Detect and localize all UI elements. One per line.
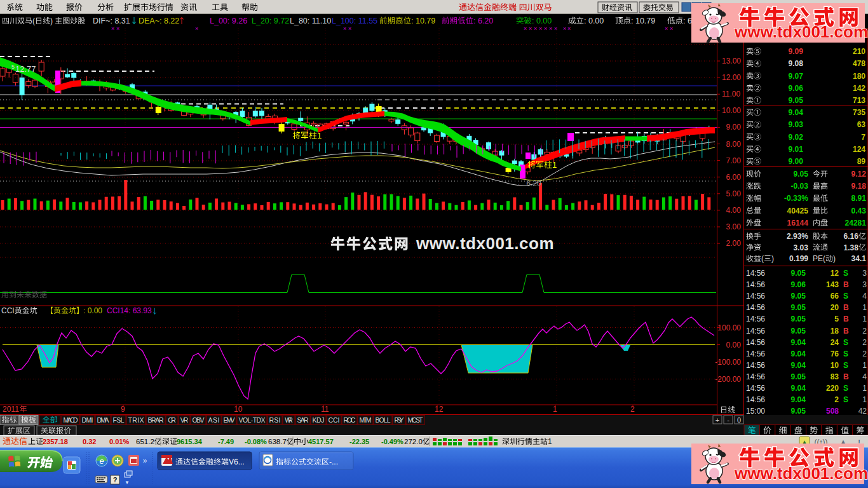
svg-text:9.07: 9.07 xyxy=(789,72,804,81)
svg-text:1: 1 xyxy=(862,315,867,323)
svg-text:B: B xyxy=(843,327,849,336)
svg-text:16144: 16144 xyxy=(787,219,809,227)
svg-text:×: × xyxy=(348,25,351,32)
svg-text:×: × xyxy=(544,25,547,32)
svg-text:2011: 2011 xyxy=(3,405,19,414)
svg-text:508: 508 xyxy=(826,407,839,416)
svg-text:1: 1 xyxy=(552,160,557,170)
svg-text:478: 478 xyxy=(853,59,865,68)
svg-text:2: 2 xyxy=(862,338,867,347)
svg-text:9.09: 9.09 xyxy=(789,47,804,56)
svg-text:9.06: 9.06 xyxy=(791,280,806,289)
svg-text:S: S xyxy=(843,395,848,404)
svg-text:(: ( xyxy=(32,17,35,25)
svg-text:11: 11 xyxy=(321,405,329,414)
svg-text:713: 713 xyxy=(853,96,865,105)
svg-text:9.04: 9.04 xyxy=(789,108,804,117)
svg-text:24: 24 xyxy=(831,338,839,347)
svg-text:BOLL: BOLL xyxy=(376,416,391,424)
svg-text:14:56: 14:56 xyxy=(746,361,765,370)
svg-text:PSY: PSY xyxy=(395,416,404,424)
svg-text:638.7: 638.7 xyxy=(268,438,287,445)
svg-text:B: B xyxy=(843,303,849,312)
svg-text:12: 12 xyxy=(831,269,839,278)
svg-text:7.00: 7.00 xyxy=(726,156,742,165)
svg-text:+: + xyxy=(715,416,719,424)
svg-text:www.tdx001.com: www.tdx001.com xyxy=(416,234,554,253)
svg-text:CCI: CCI xyxy=(329,416,340,424)
svg-text:9.01: 9.01 xyxy=(789,145,804,154)
svg-text:9.00: 9.00 xyxy=(726,123,742,132)
svg-text:9615.34: 9615.34 xyxy=(177,438,203,445)
svg-text:4: 4 xyxy=(862,372,867,381)
svg-text:14:56: 14:56 xyxy=(746,315,765,323)
svg-text:14:56: 14:56 xyxy=(746,338,765,347)
svg-text:20: 20 xyxy=(831,303,839,312)
svg-text:S: S xyxy=(843,361,848,370)
svg-text:): ) xyxy=(833,254,836,263)
svg-text:OBV: OBV xyxy=(193,416,205,424)
svg-text:-0.33%: -0.33% xyxy=(784,194,808,203)
svg-text:×: × xyxy=(563,25,566,32)
svg-text:2357.18: 2357.18 xyxy=(43,438,68,445)
svg-text:9.05: 9.05 xyxy=(791,407,806,416)
svg-text:BRAR: BRAR xyxy=(148,416,164,424)
svg-text:ROC: ROC xyxy=(344,416,356,424)
svg-text:×: × xyxy=(524,25,527,32)
svg-text:5: 5 xyxy=(11,64,15,70)
svg-text:142: 142 xyxy=(853,84,865,93)
svg-text:4517.57: 4517.57 xyxy=(308,438,334,445)
svg-text:100.00: 100.00 xyxy=(717,323,741,332)
svg-text:-: - xyxy=(727,416,729,424)
svg-text:WR: WR xyxy=(285,416,293,424)
svg-text:3: 3 xyxy=(862,280,867,289)
svg-text:9.00: 9.00 xyxy=(789,157,804,166)
svg-text:×: × xyxy=(567,25,571,32)
svg-text:?: ? xyxy=(113,476,118,484)
svg-text:14:56: 14:56 xyxy=(746,327,765,336)
svg-text:13.00: 13.00 xyxy=(722,57,741,65)
svg-text:63: 63 xyxy=(857,120,866,129)
svg-text:10: 10 xyxy=(831,361,839,370)
svg-text:7: 7 xyxy=(861,133,865,142)
svg-text:9.05: 9.05 xyxy=(791,315,806,323)
svg-text:24281: 24281 xyxy=(845,219,867,227)
svg-text:9.06: 9.06 xyxy=(789,84,804,93)
svg-text:×: × xyxy=(549,25,552,32)
svg-text:2.93%: 2.93% xyxy=(787,232,808,241)
svg-text:KDJ: KDJ xyxy=(313,416,325,424)
svg-text:14:56: 14:56 xyxy=(746,395,765,404)
svg-text:6.00: 6.00 xyxy=(726,173,742,182)
svg-text:: 0.00: : 0.00 xyxy=(584,17,604,25)
svg-text:L_20: 9.72: L_20: 9.72 xyxy=(252,17,289,25)
svg-text:: 10.79: : 10.79 xyxy=(411,17,435,25)
svg-text:14:56: 14:56 xyxy=(746,384,765,393)
svg-text:e: e xyxy=(99,456,104,466)
svg-text:9.08: 9.08 xyxy=(789,59,804,68)
svg-text:0.43: 0.43 xyxy=(851,207,867,215)
svg-text:9.05: 9.05 xyxy=(791,269,806,278)
svg-text:← 6.20: ← 6.20 xyxy=(517,179,541,188)
svg-text:DMI: DMI xyxy=(82,416,93,424)
svg-text:9.04: 9.04 xyxy=(791,349,806,358)
svg-text:: 0.00: : 0.00 xyxy=(83,306,102,315)
svg-text:651.2: 651.2 xyxy=(136,438,154,445)
svg-text:SAR: SAR xyxy=(297,416,309,424)
svg-text:MACD: MACD xyxy=(64,416,78,424)
svg-text:ASI: ASI xyxy=(208,416,220,424)
svg-text:CR: CR xyxy=(168,416,176,424)
svg-text:1: 1 xyxy=(862,361,867,370)
svg-text:1: 1 xyxy=(862,303,867,312)
svg-text:EMV: EMV xyxy=(224,416,235,424)
svg-text:180: 180 xyxy=(853,72,865,81)
svg-text:14:56: 14:56 xyxy=(746,303,765,312)
svg-text:×: × xyxy=(534,25,537,32)
svg-text:1: 1 xyxy=(317,131,322,140)
svg-text:12: 12 xyxy=(435,405,444,414)
svg-text:3: 3 xyxy=(862,269,867,278)
svg-text:PE(: PE( xyxy=(813,254,825,263)
svg-text:9.12: 9.12 xyxy=(851,170,867,179)
svg-text:CCI14: 63.93: CCI14: 63.93 xyxy=(107,306,152,315)
svg-text:3.03: 3.03 xyxy=(794,243,809,252)
svg-text:S: S xyxy=(843,384,848,393)
